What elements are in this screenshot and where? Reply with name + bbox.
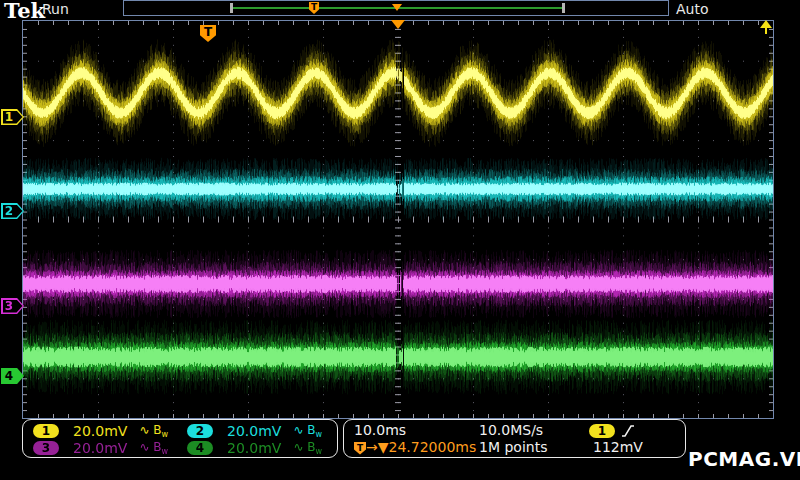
acquisition-record-bar[interactable]: T: [123, 0, 669, 16]
channel3-coupling-icon: ∿: [139, 440, 149, 454]
channel2-coupling-icon: ∿: [293, 423, 303, 437]
channel1-position-marker[interactable]: 1: [1, 109, 24, 125]
record-trigger-marker-icon: T: [309, 2, 319, 14]
delay-triangle-icon: ▼: [378, 439, 389, 455]
trigger-mode-label: Auto: [676, 1, 709, 17]
channel3-bandwidth-icon: Bw: [153, 440, 168, 454]
trigger-delay-readout: 24.72000ms: [389, 439, 477, 455]
channel1-coupling-icon: ∿: [139, 423, 149, 437]
channel-readouts-box[interactable]: 120.0mV∿ Bw 220.0mV∿ Bw 320.0mV∿ Bw 420.…: [22, 419, 338, 458]
channel3-scale: 20.0mV: [73, 440, 127, 456]
record-bracket-left: [230, 3, 233, 13]
horizontal-trigger-readouts-box[interactable]: 10.0ms10.0MS/s1 T→▼24.72000ms1M points11…: [343, 419, 686, 458]
channel1-bandwidth-icon: Bw: [153, 423, 168, 437]
record-bracket-right: [562, 3, 565, 13]
channel3-badge[interactable]: 3: [33, 441, 59, 455]
record-length-readout: 1M points: [479, 439, 589, 455]
channel4-scale: 20.0mV: [227, 440, 281, 456]
trigger-source-badge: 1: [589, 424, 615, 438]
trigger-level-offscreen-arrow-icon: [758, 20, 774, 35]
channel2-scale: 20.0mV: [227, 423, 281, 439]
record-view-triangle-icon: [392, 4, 402, 11]
watermark: PCMAG.VN: [688, 447, 800, 471]
channel1-badge[interactable]: 1: [33, 424, 59, 438]
graticule: 1 2 3 4 T: [22, 20, 774, 419]
rising-edge-icon: [621, 424, 635, 438]
channel4-position-marker[interactable]: 4: [1, 368, 24, 384]
timebase-readout: 10.0ms: [354, 422, 479, 438]
waveform-display: [23, 21, 773, 418]
sample-rate-readout: 10.0MS/s: [479, 422, 589, 438]
channel4-badge[interactable]: 4: [187, 441, 213, 455]
oscilloscope-screen: Tek Run T Auto 1 2 3 4 T 120.0mV∿: [0, 0, 800, 480]
trigger-level-readout: 112mV: [589, 439, 643, 455]
delay-arrow-icon: →: [366, 439, 378, 455]
channel1-scale: 20.0mV: [73, 423, 127, 439]
channel4-coupling-icon: ∿: [293, 440, 303, 454]
trigger-delay-flag-icon: T: [354, 442, 366, 455]
channel2-bandwidth-icon: Bw: [307, 423, 322, 437]
channel2-position-marker[interactable]: 2: [1, 203, 24, 219]
channel3-position-marker[interactable]: 3: [1, 298, 24, 314]
expansion-point-icon: [391, 20, 405, 29]
channel4-bandwidth-icon: Bw: [307, 440, 322, 454]
channel2-badge[interactable]: 2: [187, 424, 213, 438]
acquisition-status: Run: [42, 1, 69, 17]
